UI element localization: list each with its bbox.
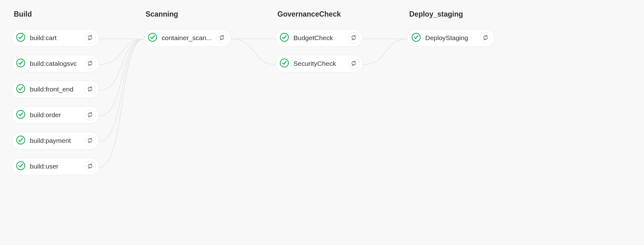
status-passed-icon (16, 33, 25, 43)
stage-jobs: BudgetCheck SecurityCheck (276, 29, 363, 72)
retry-button[interactable] (348, 32, 359, 44)
retry-button[interactable] (480, 32, 491, 44)
status-passed-icon (16, 135, 25, 146)
status-passed-icon (280, 58, 289, 69)
job-name: SecurityCheck (293, 60, 344, 67)
job-name: DeployStaging (425, 34, 475, 42)
status-passed-icon (16, 84, 25, 95)
retry-icon (87, 60, 93, 67)
retry-button[interactable] (84, 109, 96, 121)
retry-icon (219, 34, 225, 42)
stage-deploy-staging: Deploy_staging DeployStaging (407, 10, 495, 47)
job-pill[interactable]: build:catalogsvc (12, 55, 99, 72)
job-name: build:cart (30, 34, 80, 42)
job-name: BudgetCheck (293, 34, 344, 42)
job-name: build:catalogsvc (30, 60, 80, 67)
retry-icon (87, 34, 93, 42)
job-pill[interactable]: build:cart (12, 29, 99, 47)
retry-button[interactable] (84, 58, 96, 69)
stage-jobs: DeployStaging (407, 29, 495, 47)
job-name: build:front_end (30, 86, 80, 93)
retry-button[interactable] (84, 161, 96, 172)
stage-title: Build (14, 10, 99, 18)
job-name: build:payment (30, 137, 80, 144)
stage-jobs: build:cart build:catalogsvc build:front_… (12, 29, 99, 175)
retry-button[interactable] (84, 32, 96, 44)
status-passed-icon (16, 110, 25, 120)
pipeline-graph: Build build:cart build:catalogsvc (0, 0, 644, 245)
stage-title: GovernanceCheck (277, 10, 363, 18)
job-name: build:order (30, 111, 80, 119)
job-pill[interactable]: SecurityCheck (276, 55, 363, 72)
stage-title: Deploy_staging (409, 10, 495, 18)
status-passed-icon (280, 33, 289, 43)
retry-icon (87, 86, 93, 93)
job-name: build:user (30, 163, 80, 170)
retry-icon (87, 163, 93, 170)
stage-title: Scanning (146, 10, 231, 18)
job-pill[interactable]: build:user (12, 158, 99, 175)
status-passed-icon (411, 33, 421, 43)
retry-button[interactable] (216, 32, 228, 44)
job-pill[interactable]: container_scan... (144, 29, 231, 47)
status-passed-icon (16, 58, 25, 69)
stage-scanning: Scanning container_scan... (144, 10, 231, 47)
status-passed-icon (148, 33, 157, 43)
job-pill[interactable]: build:payment (12, 132, 99, 149)
retry-button[interactable] (84, 84, 96, 95)
job-pill[interactable]: build:order (12, 106, 99, 124)
retry-icon (87, 112, 93, 119)
retry-button[interactable] (348, 58, 359, 69)
stage-jobs: container_scan... (144, 29, 231, 47)
retry-icon (87, 137, 93, 144)
status-passed-icon (16, 161, 25, 172)
job-pill[interactable]: build:front_end (12, 81, 99, 98)
job-name: container_scan... (162, 34, 212, 42)
retry-button[interactable] (84, 135, 96, 146)
retry-icon (482, 34, 489, 42)
stage-governancecheck: GovernanceCheck BudgetCheck SecurityChec… (276, 10, 363, 72)
job-pill[interactable]: DeployStaging (407, 29, 495, 47)
retry-icon (351, 34, 357, 42)
stage-build: Build build:cart build:catalogsvc (12, 10, 99, 175)
retry-icon (351, 60, 357, 67)
job-pill[interactable]: BudgetCheck (276, 29, 363, 47)
